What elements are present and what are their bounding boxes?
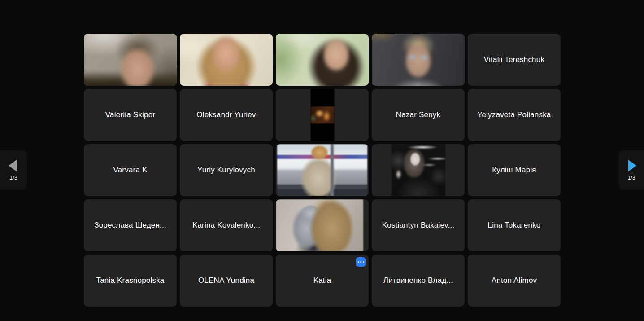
participant-name: Nazar Senyk [372,89,465,141]
participant-name: Yelyzaveta Polianska [468,89,561,141]
participant-name: Lina Tokarenko [468,199,561,251]
participant-name: Yuriy Kurylovych [180,144,273,196]
next-arrow-icon [628,160,636,171]
participant-tile[interactable]: Зореслава Шеден... [84,199,177,251]
participant-name: Anton Alimov [468,255,561,307]
page-indicator: 1/3 [627,175,635,181]
page-indicator: 1/3 [9,175,17,181]
participant-tile[interactable]: Varvara K [84,144,177,196]
video-tile-active-speaker[interactable] [84,34,177,86]
participant-photo [392,144,445,196]
participant-tile[interactable]: Valeriia Skipor [84,89,177,141]
prev-arrow-icon [9,160,17,171]
participant-tile[interactable]: OLENA Yundina [180,255,273,307]
participant-name: Oleksandr Yuriev [180,89,273,141]
participant-name: Литвиненко Влад... [372,255,465,307]
participant-name: Vitalii Tereshchuk [468,34,561,86]
participant-tile[interactable]: Oleksandr Yuriev [180,89,273,141]
participant-tile[interactable]: Nazar Senyk [372,89,465,141]
participant-tile[interactable]: Vitalii Tereshchuk [468,34,561,86]
photo-tile[interactable] [276,89,369,141]
participant-name: Куліш Марія [468,144,561,196]
participant-tile[interactable]: Karina Kovalenko... [180,199,273,251]
participant-name: Tania Krasnopolska [84,255,177,307]
video-tile[interactable] [180,34,273,86]
participant-photo [277,144,367,196]
prev-page-button[interactable]: 1/3 [0,150,27,190]
more-options-button[interactable] [356,257,366,267]
participant-video [180,34,273,86]
ellipsis-icon [358,261,364,263]
participant-name: Katia [276,255,369,307]
next-page-button[interactable]: 1/3 [619,150,644,190]
participant-tile[interactable]: Katia [276,255,369,307]
participant-tile[interactable]: Tania Krasnopolska [84,255,177,307]
participant-video [84,34,177,86]
video-tile[interactable] [276,34,369,86]
participant-tile[interactable]: Куліш Марія [468,144,561,196]
participant-tile[interactable]: Lina Tokarenko [468,199,561,251]
photo-tile[interactable] [372,144,465,196]
photo-tile[interactable] [276,199,369,251]
participant-video [276,34,369,86]
participant-tile[interactable]: Литвиненко Влад... [372,255,465,307]
participant-tile[interactable]: Yelyzaveta Polianska [468,89,561,141]
participant-tile[interactable]: Kostiantyn Bakaiev... [372,199,465,251]
participant-tile[interactable]: Anton Alimov [468,255,561,307]
participant-name: OLENA Yundina [180,255,273,307]
participant-photo [310,106,334,123]
participant-tile[interactable]: Yuriy Kurylovych [180,144,273,196]
photo-tile[interactable] [276,144,369,196]
participants-grid: Vitalii Tereshchuk Valeriia Skipor Oleks… [84,34,561,307]
participant-name: Valeriia Skipor [84,89,177,141]
participant-name: Karina Kovalenko... [180,199,273,251]
participant-name: Kostiantyn Bakaiev... [372,199,465,251]
participant-name: Varvara K [84,144,177,196]
video-tile[interactable] [372,34,465,86]
participant-photo [276,199,363,251]
participant-name: Зореслава Шеден... [84,199,177,251]
participant-video [372,34,465,86]
